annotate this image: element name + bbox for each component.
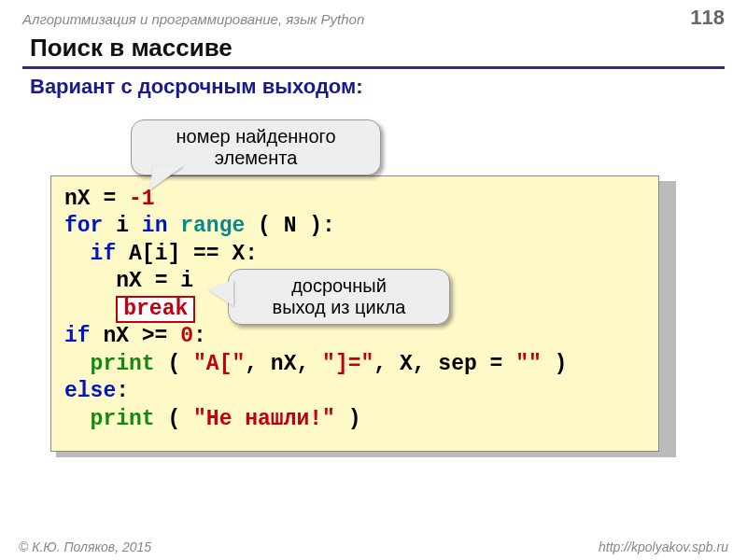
footer-author: © К.Ю. Поляков, 2015 <box>19 539 151 554</box>
callout-tail-2 <box>207 280 233 306</box>
page-number: 118 <box>690 6 725 30</box>
callout-early-exit: досрочный выход из цикла <box>228 269 450 325</box>
slide-title: Поиск в массиве <box>22 32 725 64</box>
footer-url: http://kpolyakov.spb.ru <box>599 539 728 554</box>
break-keyword: break <box>116 296 195 323</box>
slide-subtitle: Вариант с досрочным выходом: <box>30 75 747 99</box>
course-label: Алгоритмизация и программирование, язык … <box>22 11 364 27</box>
